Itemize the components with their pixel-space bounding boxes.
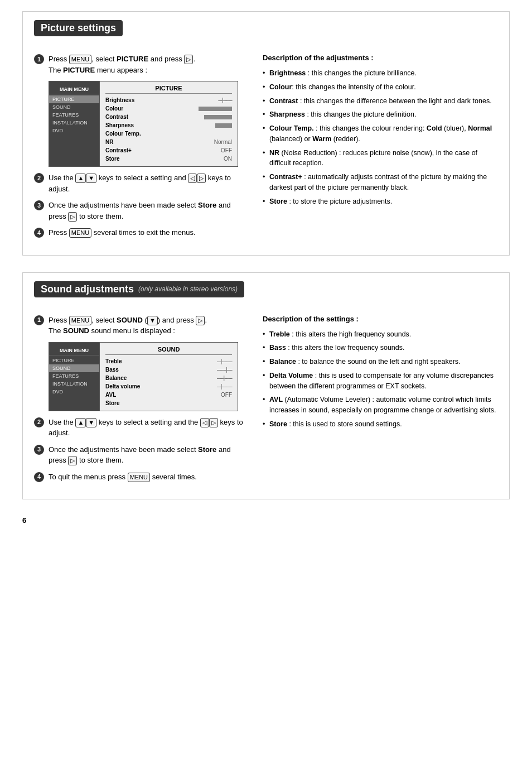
sound-menu-left: MAIN MENU PICTURE SOUND FEATURES INSTALL… (49, 343, 99, 411)
picture-menu-main-title: MAIN MENU (49, 85, 99, 94)
desc-bass: Bass : this alters the low frequency sou… (263, 341, 498, 355)
picture-step-3: 3 Once the adjustments have been made se… (34, 200, 246, 222)
sound-step-3-number: 3 (34, 445, 44, 455)
sound-menu-main-title: MAIN MENU (49, 346, 99, 355)
bass-label: Bass (105, 367, 119, 373)
picture-menu-item-features: FEATURES (49, 111, 99, 119)
menu-key-symbol: MENU (69, 55, 91, 64)
desc-nr: NR (Noise Reduction) : reduces picture n… (263, 146, 498, 171)
sound-menu-row-avl: AVL OFF (105, 391, 232, 399)
down-key: ▼ (86, 174, 96, 183)
delta-volume-value: ---|-------- (217, 383, 232, 389)
desc-store-picture: Store : to store the picture adjustments… (263, 195, 498, 209)
desc-balance: Balance : to balance the sound on the le… (263, 355, 498, 369)
sound-down-key: ▼ (147, 316, 158, 325)
sound-step-2: 2 Use the ▲▼ keys to select a setting an… (34, 417, 246, 439)
sound-menu-row-delta-volume: Delta volume ---|-------- (105, 382, 232, 391)
brightness-value: ---|------- (218, 97, 232, 103)
store-value: ON (224, 156, 232, 162)
brightness-label: Brightness (105, 97, 134, 103)
picture-step-1: 1 Press MENU, select PICTURE and press ▷… (34, 54, 246, 75)
menu-key2: MENU (69, 228, 91, 238)
sound-menu-item-dvd: DVD (49, 388, 99, 396)
sound-step-1-text: Press MENU, select SOUND (▼) and press ▷… (49, 315, 246, 336)
sound-step-2-text: Use the ▲▼ keys to select a setting and … (49, 417, 246, 439)
sound-menu-row-bass: Bass -------|---- (105, 365, 232, 374)
treble-label: Treble (105, 358, 122, 364)
sound-menu-mockup: MAIN MENU PICTURE SOUND FEATURES INSTALL… (49, 342, 238, 411)
desc-avl: AVL (Automatic Volume Leveler) : automat… (263, 393, 498, 417)
sound-step-3-text: Once the adjustments have been made sele… (49, 444, 246, 466)
store-label: Store (105, 156, 120, 162)
sound-description-list: Treble : this alters the high frequency … (263, 328, 498, 431)
contrast-value (204, 115, 232, 119)
sound-menu-item-installation: INSTALLATION (49, 380, 99, 388)
picture-menu-row-brightness: Brightness ---|------- (105, 96, 232, 104)
picture-step-1-text: Press MENU, select PICTURE and press ▷. … (49, 54, 246, 75)
nr-label: NR (105, 139, 113, 145)
sound-step-1: 1 Press MENU, select SOUND (▼) and press… (34, 315, 246, 336)
sound-step-4-number: 4 (34, 472, 44, 482)
nr-value: Normal (214, 139, 232, 145)
desc-contrast: Contrast : this changes the difference b… (263, 94, 498, 108)
delta-volume-label: Delta volume (105, 383, 140, 389)
sound-adjustments-section: Sound adjustments (only available in ste… (22, 272, 510, 500)
picture-section-header: Picture settings (34, 20, 123, 36)
step-2-number: 2 (34, 173, 44, 183)
picture-step-4-text: Press MENU several times to exit the men… (49, 227, 246, 238)
desc-store-sound: Store : this is used to store sound sett… (263, 417, 498, 431)
picture-settings-section: Picture settings 1 Press MENU, select PI… (22, 11, 510, 256)
picture-menu-panel-title: PICTURE (105, 85, 232, 94)
picture-description-title: Description of the adjustments : (263, 54, 498, 62)
sound-section-title: Sound adjustments (41, 283, 134, 295)
contrast-plus-value: OFF (221, 147, 232, 153)
sound-step-3: 3 Once the adjustments have been made se… (34, 444, 246, 466)
picture-menu-item-picture: PICTURE (49, 95, 99, 103)
picture-menu-row-colour: Colour (105, 104, 232, 113)
sound-menu-key2: MENU (128, 473, 150, 482)
balance-value: -----|------ (217, 375, 232, 381)
picture-menu-item-sound: SOUND (49, 103, 99, 111)
sound-menu-panel-title: SOUND (105, 346, 232, 355)
desc-brightness: Brightness : this changes the picture br… (263, 66, 498, 80)
right-key-symbol: ▷ (184, 55, 193, 64)
sound-right-key2: ▷ (209, 418, 218, 427)
desc-colour-temp: Colour Temp. : this changes the colour r… (263, 122, 498, 146)
treble-value: ---|-------- (217, 358, 232, 364)
sound-menu-row-treble: Treble ---|-------- (105, 357, 232, 365)
sound-step-4: 4 To quit the menus press MENU several t… (34, 472, 246, 483)
sound-menu-key: MENU (69, 316, 91, 325)
picture-step-3-text: Once the adjustments have been made sele… (49, 200, 246, 222)
picture-menu-row-nr: NR Normal (105, 138, 232, 146)
picture-step-2-text: Use the ▲▼ keys to select a setting and … (49, 172, 246, 194)
sound-left-column: 1 Press MENU, select SOUND (▼) and press… (34, 315, 246, 488)
left-key: ◁ (188, 174, 197, 183)
step-4-number: 4 (34, 228, 44, 238)
picture-step-2: 2 Use the ▲▼ keys to select a setting an… (34, 172, 246, 194)
right-key2: ▷ (197, 174, 206, 183)
avl-value: OFF (221, 392, 232, 398)
sound-right-column: Description of the settings : Treble : t… (263, 315, 498, 488)
contrast-label: Contrast (105, 114, 128, 120)
sound-store-label: Store (105, 400, 120, 406)
sound-description-title: Description of the settings : (263, 315, 498, 323)
balance-label: Balance (105, 375, 127, 381)
avl-label: AVL (105, 392, 116, 398)
page-number: 6 (22, 516, 510, 525)
sound-menu-right: SOUND Treble ---|-------- Bass -------|-… (99, 343, 238, 411)
sharpness-label: Sharpness (105, 122, 134, 128)
sound-menu-row-store: Store (105, 399, 232, 407)
picture-menu-mockup: MAIN MENU PICTURE SOUND FEATURES INSTALL… (49, 81, 238, 167)
sound-section-title-bar: Sound adjustments (only available in ste… (34, 281, 498, 306)
colour-value (199, 107, 232, 111)
desc-colour: Colour: this changes the intensity of th… (263, 80, 498, 94)
desc-contrast-plus: Contrast+ : automatically adjusts contra… (263, 170, 498, 195)
sound-up-key2: ▲ (75, 418, 86, 427)
desc-delta-volume: Delta Volume : this is used to compensat… (263, 369, 498, 393)
picture-menu-row-store: Store ON (105, 155, 232, 163)
picture-menu-row-colour-temp: Colour Temp. (105, 129, 232, 138)
sound-down-key2: ▼ (86, 418, 96, 427)
desc-treble: Treble : this alters the high frequency … (263, 328, 498, 342)
picture-step-4: 4 Press MENU several times to exit the m… (34, 227, 246, 238)
sound-step-1-number: 1 (34, 315, 44, 325)
